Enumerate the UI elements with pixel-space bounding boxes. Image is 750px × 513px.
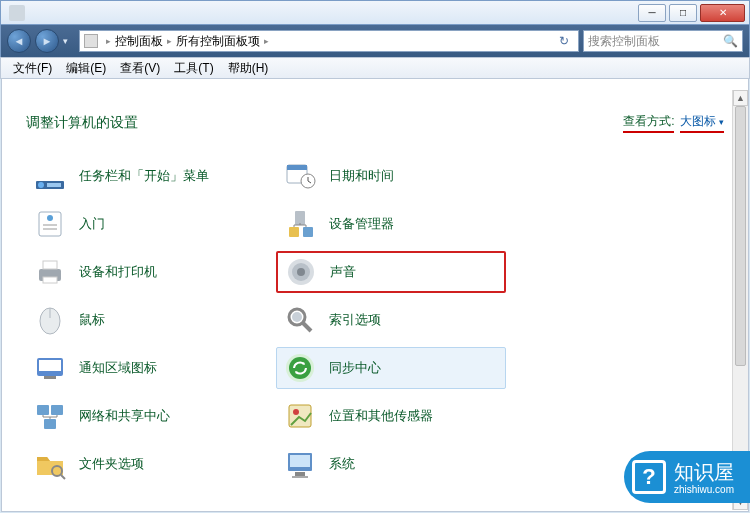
close-button[interactable]: ✕ <box>700 4 745 22</box>
cp-item-devices-printers[interactable]: 设备和打印机 <box>26 251 256 293</box>
minimize-button[interactable]: ─ <box>638 4 666 22</box>
svg-rect-23 <box>38 371 62 375</box>
breadcrumb-current[interactable]: 所有控制面板项 <box>176 33 260 50</box>
cp-item-indexing[interactable]: 索引选项 <box>276 299 506 341</box>
cp-item-network-sharing[interactable]: 网络和共享中心 <box>26 395 256 437</box>
cp-item-label: 声音 <box>330 263 356 281</box>
svg-rect-14 <box>43 261 57 269</box>
cp-item-system[interactable]: 系统 <box>276 443 506 485</box>
svg-rect-12 <box>303 227 313 237</box>
watermark-badge: ? 知识屋 zhishiwu.com <box>624 451 750 503</box>
svg-rect-10 <box>295 211 305 225</box>
view-mode-label: 查看方式: <box>623 113 674 133</box>
menu-edit[interactable]: 编辑(E) <box>60 58 112 79</box>
watermark-url: zhishiwu.com <box>674 484 734 495</box>
forward-button[interactable]: ► <box>35 29 59 53</box>
maximize-button[interactable]: □ <box>669 4 697 22</box>
content-area: 调整计算机的设置 查看方式: 大图标 任务栏和「开始」菜单日期和时间入门设备管理… <box>1 79 749 512</box>
cp-item-label: 设备管理器 <box>329 215 394 233</box>
search-icon[interactable]: 🔍 <box>723 34 738 48</box>
svg-rect-34 <box>290 455 310 467</box>
watermark-name: 知识屋 <box>674 461 734 483</box>
sound-icon <box>284 255 318 289</box>
cp-item-date-time[interactable]: 日期和时间 <box>276 155 506 197</box>
location-sensors-icon <box>283 399 317 433</box>
svg-rect-29 <box>44 419 56 429</box>
devices-printers-icon <box>33 255 67 289</box>
date-time-icon <box>283 159 317 193</box>
svg-point-26 <box>289 357 311 379</box>
svg-rect-27 <box>37 405 49 415</box>
cp-item-device-manager[interactable]: 设备管理器 <box>276 203 506 245</box>
menu-tools[interactable]: 工具(T) <box>168 58 219 79</box>
back-button[interactable]: ◄ <box>7 29 31 53</box>
breadcrumb-root[interactable]: 控制面板 <box>115 33 163 50</box>
search-placeholder: 搜索控制面板 <box>588 33 660 50</box>
refresh-button[interactable]: ↻ <box>554 34 574 48</box>
cp-item-label: 日期和时间 <box>329 167 394 185</box>
cp-item-label: 通知区域图标 <box>79 359 157 377</box>
system-icon <box>283 447 317 481</box>
svg-rect-24 <box>44 376 56 379</box>
cp-item-getting-started[interactable]: 入门 <box>26 203 256 245</box>
vertical-scrollbar[interactable]: ▲ ▼ <box>732 90 748 510</box>
folder-options-icon <box>33 447 67 481</box>
cp-item-folder-options[interactable]: 文件夹选项 <box>26 443 256 485</box>
svg-point-18 <box>297 268 305 276</box>
svg-rect-15 <box>43 277 57 283</box>
scroll-thumb[interactable] <box>735 106 746 366</box>
address-bar[interactable]: ▸ 控制面板 ▸ 所有控制面板项 ▸ ↻ <box>79 30 579 52</box>
cp-item-mouse[interactable]: 鼠标 <box>26 299 256 341</box>
svg-rect-9 <box>43 228 57 230</box>
scroll-up-button[interactable]: ▲ <box>733 90 748 106</box>
svg-rect-2 <box>47 183 61 187</box>
sync-center-icon <box>283 351 317 385</box>
cp-item-location-sensors[interactable]: 位置和其他传感器 <box>276 395 506 437</box>
cp-item-label: 同步中心 <box>329 359 381 377</box>
svg-point-21 <box>292 312 302 322</box>
navigation-bar: ◄ ► ▾ ▸ 控制面板 ▸ 所有控制面板项 ▸ ↻ 搜索控制面板 🔍 <box>0 25 750 57</box>
cp-item-sound[interactable]: 声音 <box>276 251 506 293</box>
svg-point-1 <box>38 182 44 188</box>
page-title: 调整计算机的设置 <box>26 114 138 132</box>
cp-item-taskbar-start[interactable]: 任务栏和「开始」菜单 <box>26 155 256 197</box>
svg-point-7 <box>47 215 53 221</box>
cp-item-label: 任务栏和「开始」菜单 <box>79 167 209 185</box>
network-sharing-icon <box>33 399 67 433</box>
svg-rect-8 <box>43 224 57 226</box>
svg-rect-28 <box>51 405 63 415</box>
indexing-icon <box>283 303 317 337</box>
cp-item-label: 位置和其他传感器 <box>329 407 433 425</box>
mouse-icon <box>33 303 67 337</box>
svg-rect-4 <box>287 165 307 170</box>
menu-file[interactable]: 文件(F) <box>7 58 58 79</box>
menu-view[interactable]: 查看(V) <box>114 58 166 79</box>
cp-item-label: 系统 <box>329 455 355 473</box>
control-panel-icon <box>84 34 98 48</box>
svg-rect-36 <box>292 476 308 478</box>
taskbar-start-icon <box>33 159 67 193</box>
app-icon <box>9 5 25 21</box>
cp-item-label: 入门 <box>79 215 105 233</box>
search-input[interactable]: 搜索控制面板 🔍 <box>583 30 743 52</box>
watermark-icon: ? <box>632 460 666 494</box>
cp-item-sync-center[interactable]: 同步中心 <box>276 347 506 389</box>
svg-rect-11 <box>289 227 299 237</box>
cp-item-notification-icons[interactable]: 通知区域图标 <box>26 347 256 389</box>
getting-started-icon <box>33 207 67 241</box>
menu-bar: 文件(F) 编辑(E) 查看(V) 工具(T) 帮助(H) <box>0 57 750 79</box>
notification-icons-icon <box>33 351 67 385</box>
svg-rect-35 <box>295 472 305 476</box>
cp-item-label: 索引选项 <box>329 311 381 329</box>
history-dropdown[interactable]: ▾ <box>63 31 75 51</box>
cp-item-label: 设备和打印机 <box>79 263 157 281</box>
view-mode-dropdown[interactable]: 大图标 <box>680 113 724 133</box>
cp-item-label: 网络和共享中心 <box>79 407 170 425</box>
svg-point-31 <box>293 409 299 415</box>
cp-item-label: 鼠标 <box>79 311 105 329</box>
menu-help[interactable]: 帮助(H) <box>222 58 275 79</box>
cp-item-label: 文件夹选项 <box>79 455 144 473</box>
items-grid: 任务栏和「开始」菜单日期和时间入门设备管理器设备和打印机声音鼠标索引选项通知区域… <box>26 155 724 485</box>
device-manager-icon <box>283 207 317 241</box>
window-titlebar: ─ □ ✕ <box>0 0 750 25</box>
